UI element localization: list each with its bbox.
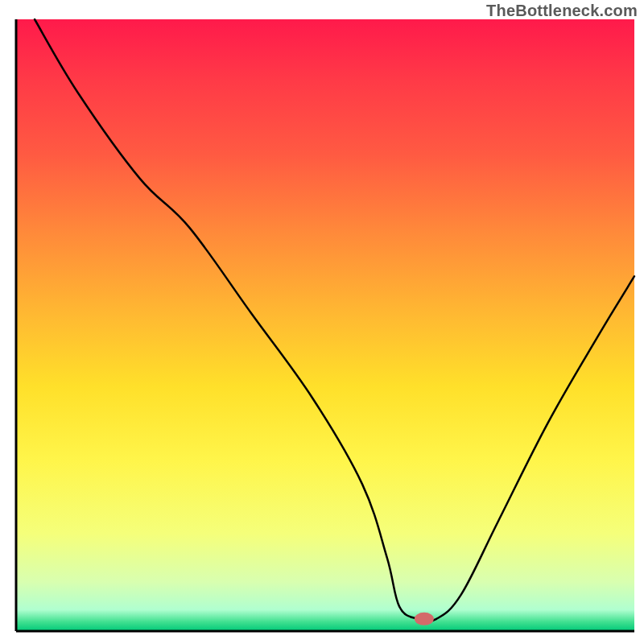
optimum-marker <box>415 613 434 625</box>
gradient-background <box>16 19 634 631</box>
chart-svg <box>0 0 644 644</box>
watermark-text: TheBottleneck.com <box>486 2 638 20</box>
bottleneck-chart: TheBottleneck.com <box>0 0 644 644</box>
